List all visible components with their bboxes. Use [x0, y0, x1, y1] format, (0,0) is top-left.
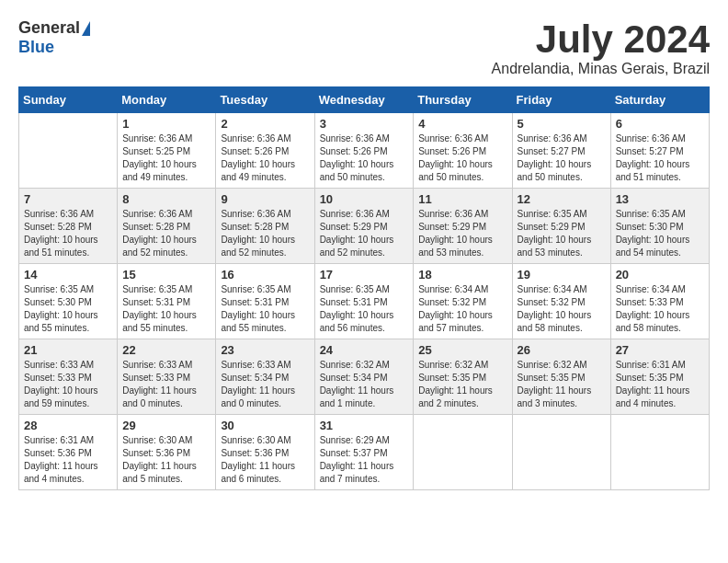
calendar-cell: 10 Sunrise: 6:36 AMSunset: 5:29 PMDaylig… [314, 189, 414, 264]
day-number: 15 [122, 268, 210, 282]
day-number: 16 [221, 268, 309, 282]
calendar-cell: 26 Sunrise: 6:32 AMSunset: 5:35 PMDaylig… [512, 339, 610, 415]
calendar-cell: 11 Sunrise: 6:36 AMSunset: 5:29 PMDaylig… [414, 189, 512, 264]
day-info: Sunrise: 6:33 AMSunset: 5:33 PMDaylight:… [122, 360, 197, 408]
day-number: 5 [518, 117, 606, 131]
day-number: 10 [320, 192, 409, 206]
day-info: Sunrise: 6:32 AMSunset: 5:35 PMDaylight:… [418, 360, 493, 408]
day-info: Sunrise: 6:33 AMSunset: 5:33 PMDaylight:… [24, 360, 98, 408]
calendar-cell: 8 Sunrise: 6:36 AMSunset: 5:28 PMDayligh… [118, 189, 216, 264]
day-number: 20 [616, 268, 704, 282]
day-number: 25 [418, 343, 506, 357]
weekday-header-sunday: Sunday [19, 87, 118, 113]
day-number: 26 [518, 343, 606, 357]
day-number: 22 [122, 343, 210, 357]
week-row-1: 1 Sunrise: 6:36 AMSunset: 5:25 PMDayligh… [19, 113, 710, 189]
day-number: 29 [122, 419, 210, 432]
weekday-header-tuesday: Tuesday [216, 87, 314, 113]
calendar-cell: 22 Sunrise: 6:33 AMSunset: 5:33 PMDaylig… [118, 339, 216, 415]
month-title: July 2024 [492, 18, 710, 61]
day-info: Sunrise: 6:36 AMSunset: 5:29 PMDaylight:… [418, 209, 493, 258]
day-number: 17 [320, 268, 409, 282]
day-info: Sunrise: 6:36 AMSunset: 5:27 PMDaylight:… [616, 133, 690, 182]
day-info: Sunrise: 6:35 AMSunset: 5:30 PMDaylight:… [24, 284, 98, 333]
week-row-5: 28 Sunrise: 6:31 AMSunset: 5:36 PMDaylig… [19, 415, 710, 490]
calendar-cell: 4 Sunrise: 6:36 AMSunset: 5:26 PMDayligh… [414, 113, 512, 189]
day-number: 28 [24, 419, 112, 432]
calendar-cell: 13 Sunrise: 6:35 AMSunset: 5:30 PMDaylig… [610, 189, 709, 264]
calendar-cell: 28 Sunrise: 6:31 AMSunset: 5:36 PMDaylig… [19, 415, 118, 490]
calendar-cell [19, 113, 118, 189]
day-info: Sunrise: 6:35 AMSunset: 5:29 PMDaylight:… [518, 209, 592, 258]
day-info: Sunrise: 6:36 AMSunset: 5:26 PMDaylight:… [418, 133, 493, 182]
day-number: 21 [24, 343, 112, 357]
calendar-cell [610, 415, 709, 490]
calendar-cell: 2 Sunrise: 6:36 AMSunset: 5:26 PMDayligh… [216, 113, 314, 189]
calendar-cell: 29 Sunrise: 6:30 AMSunset: 5:36 PMDaylig… [118, 415, 216, 490]
calendar-cell: 23 Sunrise: 6:33 AMSunset: 5:34 PMDaylig… [216, 339, 314, 415]
day-info: Sunrise: 6:36 AMSunset: 5:26 PMDaylight:… [221, 133, 295, 182]
calendar-cell: 31 Sunrise: 6:29 AMSunset: 5:37 PMDaylig… [314, 415, 414, 490]
day-number: 8 [122, 192, 210, 206]
calendar-cell: 25 Sunrise: 6:32 AMSunset: 5:35 PMDaylig… [414, 339, 512, 415]
day-number: 1 [122, 117, 210, 131]
title-section: July 2024 Andrelandia, Minas Gerais, Bra… [492, 18, 710, 77]
logo: General Blue [18, 18, 90, 57]
calendar-cell: 15 Sunrise: 6:35 AMSunset: 5:31 PMDaylig… [118, 264, 216, 339]
day-info: Sunrise: 6:35 AMSunset: 5:31 PMDaylight:… [221, 284, 295, 333]
location-title: Andrelandia, Minas Gerais, Brazil [492, 61, 710, 77]
day-info: Sunrise: 6:36 AMSunset: 5:28 PMDaylight:… [122, 209, 197, 258]
calendar-cell: 12 Sunrise: 6:35 AMSunset: 5:29 PMDaylig… [512, 189, 610, 264]
day-number: 18 [418, 268, 506, 282]
weekday-header-thursday: Thursday [414, 87, 512, 113]
day-info: Sunrise: 6:30 AMSunset: 5:36 PMDaylight:… [221, 435, 295, 484]
day-info: Sunrise: 6:35 AMSunset: 5:31 PMDaylight:… [320, 284, 394, 333]
day-number: 7 [24, 192, 112, 206]
calendar-cell: 24 Sunrise: 6:32 AMSunset: 5:34 PMDaylig… [314, 339, 414, 415]
day-info: Sunrise: 6:36 AMSunset: 5:26 PMDaylight:… [320, 133, 394, 182]
calendar-cell: 1 Sunrise: 6:36 AMSunset: 5:25 PMDayligh… [118, 113, 216, 189]
day-number: 12 [518, 192, 606, 206]
calendar-cell: 5 Sunrise: 6:36 AMSunset: 5:27 PMDayligh… [512, 113, 610, 189]
logo-blue-text: Blue [18, 38, 54, 57]
calendar-cell: 21 Sunrise: 6:33 AMSunset: 5:33 PMDaylig… [19, 339, 118, 415]
day-info: Sunrise: 6:34 AMSunset: 5:32 PMDaylight:… [518, 284, 592, 333]
day-number: 30 [221, 419, 309, 432]
day-info: Sunrise: 6:36 AMSunset: 5:28 PMDaylight:… [24, 209, 98, 258]
logo-triangle-icon [82, 21, 90, 36]
week-row-2: 7 Sunrise: 6:36 AMSunset: 5:28 PMDayligh… [19, 189, 710, 264]
day-number: 3 [320, 117, 409, 131]
day-info: Sunrise: 6:35 AMSunset: 5:31 PMDaylight:… [122, 284, 197, 333]
calendar-cell: 9 Sunrise: 6:36 AMSunset: 5:28 PMDayligh… [216, 189, 314, 264]
calendar-cell: 14 Sunrise: 6:35 AMSunset: 5:30 PMDaylig… [19, 264, 118, 339]
day-info: Sunrise: 6:35 AMSunset: 5:30 PMDaylight:… [616, 209, 690, 258]
header: General Blue July 2024 Andrelandia, Mina… [18, 18, 710, 77]
calendar-cell [414, 415, 512, 490]
day-info: Sunrise: 6:32 AMSunset: 5:34 PMDaylight:… [320, 360, 394, 408]
day-info: Sunrise: 6:29 AMSunset: 5:37 PMDaylight:… [320, 435, 394, 484]
weekday-header-wednesday: Wednesday [314, 87, 414, 113]
logo-general-text: General [18, 18, 80, 38]
day-number: 4 [418, 117, 506, 131]
day-number: 13 [616, 192, 704, 206]
day-info: Sunrise: 6:36 AMSunset: 5:28 PMDaylight:… [221, 209, 295, 258]
day-number: 11 [418, 192, 506, 206]
calendar-cell: 27 Sunrise: 6:31 AMSunset: 5:35 PMDaylig… [610, 339, 709, 415]
day-number: 27 [616, 343, 704, 357]
day-info: Sunrise: 6:36 AMSunset: 5:25 PMDaylight:… [122, 133, 197, 182]
day-info: Sunrise: 6:34 AMSunset: 5:33 PMDaylight:… [616, 284, 690, 333]
day-number: 9 [221, 192, 309, 206]
weekday-header-saturday: Saturday [610, 87, 709, 113]
calendar-cell: 6 Sunrise: 6:36 AMSunset: 5:27 PMDayligh… [610, 113, 709, 189]
weekday-header-friday: Friday [512, 87, 610, 113]
day-number: 2 [221, 117, 309, 131]
weekday-header-monday: Monday [118, 87, 216, 113]
calendar-cell: 20 Sunrise: 6:34 AMSunset: 5:33 PMDaylig… [610, 264, 709, 339]
day-info: Sunrise: 6:36 AMSunset: 5:27 PMDaylight:… [518, 133, 592, 182]
day-number: 23 [221, 343, 309, 357]
calendar-cell: 30 Sunrise: 6:30 AMSunset: 5:36 PMDaylig… [216, 415, 314, 490]
week-row-3: 14 Sunrise: 6:35 AMSunset: 5:30 PMDaylig… [19, 264, 710, 339]
calendar-cell: 7 Sunrise: 6:36 AMSunset: 5:28 PMDayligh… [19, 189, 118, 264]
day-info: Sunrise: 6:30 AMSunset: 5:36 PMDaylight:… [122, 435, 197, 484]
calendar-cell: 16 Sunrise: 6:35 AMSunset: 5:31 PMDaylig… [216, 264, 314, 339]
